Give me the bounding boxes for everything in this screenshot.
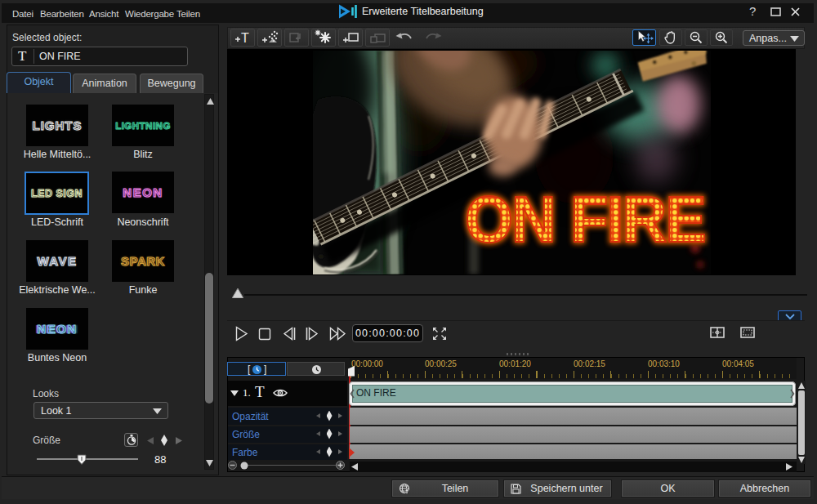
svg-text:ON FIRE: ON FIRE [465,183,705,256]
svg-text:T: T [241,31,249,45]
